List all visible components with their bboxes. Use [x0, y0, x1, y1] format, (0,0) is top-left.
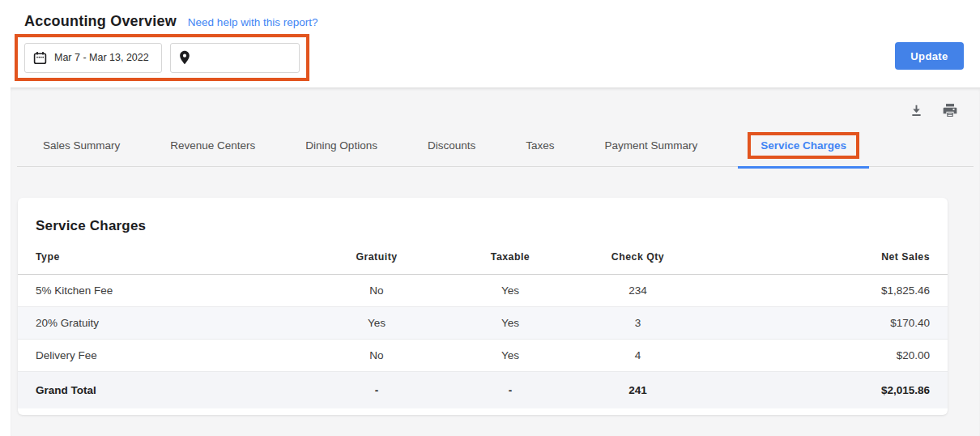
cell-taxable: - — [450, 372, 571, 409]
highlight-annotation-active-tab: Service Charges — [748, 132, 859, 159]
print-icon[interactable] — [941, 101, 959, 119]
cell-gratuity: No — [304, 275, 450, 307]
cell-gratuity: - — [304, 372, 450, 409]
tab-payment-summary[interactable]: Payment Summary — [604, 139, 697, 152]
update-button[interactable]: Update — [895, 42, 964, 70]
cell-type: 20% Gratuity — [18, 307, 304, 340]
service-charges-table: Type Gratuity Taxable Check Qty Net Sale… — [18, 241, 948, 408]
table-row: 20% Gratuity Yes Yes 3 $170.40 — [18, 307, 948, 340]
highlight-annotation-filters: Mar 7 - Mar 13, 2022 — [15, 34, 309, 81]
calendar-icon — [33, 51, 47, 65]
cell-net-sales: $1,825.46 — [705, 275, 948, 307]
cell-taxable: Yes — [450, 340, 571, 372]
date-range-value: Mar 7 - Mar 13, 2022 — [54, 52, 149, 63]
report-header: Accounting Overview Need help with this … — [0, 0, 980, 88]
table-row: 5% Kitchen Fee No Yes 234 $1,825.46 — [18, 275, 948, 307]
report-panel: Sales Summary Revenue Centers Dining Opt… — [11, 88, 980, 436]
download-icon[interactable] — [907, 101, 925, 119]
tab-service-charges[interactable]: Service Charges — [748, 132, 859, 159]
report-tabs: Sales Summary Revenue Centers Dining Opt… — [17, 124, 974, 167]
tab-discounts[interactable]: Discounts — [428, 139, 475, 152]
tab-taxes[interactable]: Taxes — [526, 139, 554, 152]
cell-net-sales: $2,015.86 — [705, 372, 948, 409]
column-header-type: Type — [18, 241, 304, 275]
tab-sales-summary[interactable]: Sales Summary — [43, 139, 120, 152]
title-row: Accounting Overview Need help with this … — [0, 0, 980, 30]
cell-check-qty: 241 — [571, 372, 705, 409]
tab-service-charges-label: Service Charges — [761, 139, 846, 152]
help-link[interactable]: Need help with this report? — [188, 16, 318, 28]
date-range-picker[interactable]: Mar 7 - Mar 13, 2022 — [24, 43, 162, 73]
cell-gratuity: Yes — [304, 307, 450, 340]
location-picker[interactable] — [170, 43, 300, 73]
cell-taxable: Yes — [450, 275, 571, 307]
card-title: Service Charges — [36, 218, 930, 234]
table-header-row: Type Gratuity Taxable Check Qty Net Sale… — [18, 241, 948, 275]
page-title: Accounting Overview — [24, 13, 177, 30]
cell-type: 5% Kitchen Fee — [18, 275, 304, 307]
location-pin-icon — [179, 50, 190, 65]
cell-net-sales: $170.40 — [705, 307, 948, 340]
cell-type: Grand Total — [18, 372, 304, 409]
cell-gratuity: No — [304, 340, 450, 372]
cell-net-sales: $20.00 — [705, 340, 948, 372]
report-toolbar — [11, 88, 980, 124]
column-header-check-qty: Check Qty — [571, 241, 705, 275]
tab-dining-options[interactable]: Dining Options — [305, 139, 377, 152]
cell-check-qty: 4 — [571, 340, 705, 372]
column-header-net-sales: Net Sales — [705, 241, 948, 275]
column-header-gratuity: Gratuity — [304, 241, 450, 275]
service-charges-card: Service Charges Type Gratuity Taxable Ch… — [18, 198, 948, 415]
cell-check-qty: 234 — [571, 275, 705, 307]
cell-taxable: Yes — [450, 307, 571, 340]
cell-check-qty: 3 — [571, 307, 705, 340]
table-row: Delivery Fee No Yes 4 $20.00 — [18, 340, 948, 372]
grand-total-row: Grand Total - - 241 $2,015.86 — [18, 372, 948, 409]
column-header-taxable: Taxable — [450, 241, 571, 275]
tab-revenue-centers[interactable]: Revenue Centers — [170, 139, 255, 152]
cell-type: Delivery Fee — [18, 340, 304, 372]
